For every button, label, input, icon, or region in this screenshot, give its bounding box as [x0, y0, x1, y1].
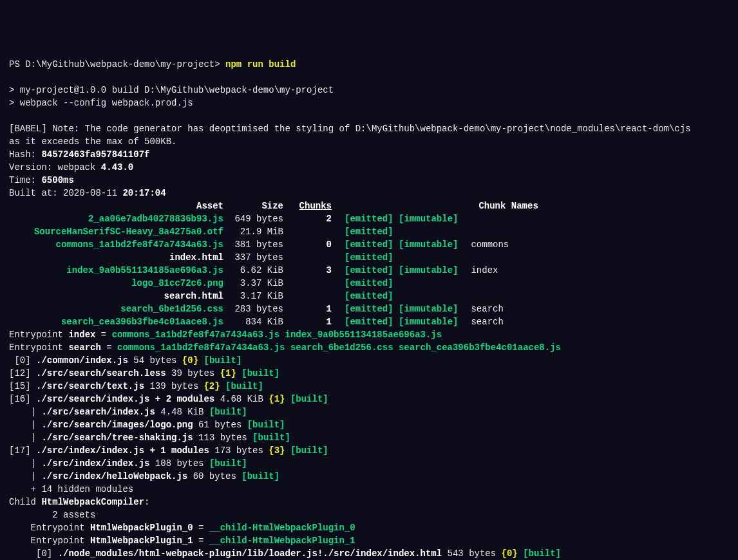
asset-flags: [emitted]	[332, 225, 458, 238]
table-row: index_9a0b551134185ae696a3.js6.62 KiB3[e…	[9, 264, 538, 277]
time-value: 6500ms	[41, 175, 73, 185]
asset-size: 283 bytes	[223, 303, 283, 315]
asset-size: 834 KiB	[223, 315, 283, 328]
hash-label: Hash:	[9, 149, 41, 160]
asset-size: 6.62 KiB	[223, 264, 283, 277]
asset-name: SourceHanSerifSC-Heavy_8a4275a0.otf	[9, 225, 223, 238]
table-row: logo_81cc72c6.png3.37 KiB[emitted]	[9, 277, 538, 290]
asset-flags: [emitted] [immutable]	[332, 238, 458, 251]
npm-script-line1: > my-project@1.0.0 build D:\MyGithub\web…	[9, 85, 334, 95]
asset-chunkname	[458, 251, 471, 264]
table-row: SourceHanSerifSC-Heavy_8a4275a0.otf21.9 …	[9, 225, 538, 238]
asset-name: index.html	[9, 251, 223, 264]
babel-note-1: [BABEL] Note: The code generator has deo…	[9, 124, 691, 134]
table-row: search.html3.17 KiB[emitted]	[9, 290, 538, 303]
asset-name: 2_aa06e7adb40278836b93.js	[9, 212, 223, 225]
module-subline: | ./src/search/index.js 4.48 KiB [built]	[9, 407, 247, 417]
asset-chunkname: commons	[458, 238, 509, 251]
built-value: 20:17:04	[122, 188, 166, 198]
module-subline: | ./src/search/tree-shaking.js 113 bytes…	[9, 433, 290, 443]
entrypoint-search-files: commons_1a1bd2fe8f47a7434a63.js search_6…	[117, 342, 561, 353]
asset-name: commons_1a1bd2fe8f47a7434a63.js	[9, 238, 223, 251]
asset-chunkname	[458, 225, 471, 238]
asset-chunks: 1	[283, 315, 332, 328]
child-entrypoint: Entrypoint HtmlWebpackPlugin_0 = __child…	[9, 523, 355, 533]
asset-size: 649 bytes	[223, 212, 283, 225]
terminal-output: PS D:\MyGithub\webpack-demo\my-project> …	[9, 58, 729, 560]
module-subline: | ./src/search/images/logo.png 61 bytes …	[9, 420, 285, 430]
asset-chunks: 0	[283, 238, 332, 251]
asset-chunks	[283, 290, 332, 303]
header-chunknames: Chunk Names	[350, 200, 538, 212]
asset-name: index_9a0b551134185ae696a3.js	[9, 264, 223, 277]
header-asset: Asset	[9, 200, 223, 212]
table-row: 2_aa06e7adb40278836b93.js649 bytes2[emit…	[9, 212, 538, 225]
hash-value: 84572463fa957841107f	[41, 149, 149, 160]
table-row: index.html337 bytes[emitted]	[9, 251, 538, 264]
asset-name: search_6be1d256.css	[9, 303, 223, 315]
child-header: Child HtmlWebpackCompiler:	[9, 497, 149, 507]
child-entrypoint: Entrypoint HtmlWebpackPlugin_1 = __child…	[9, 536, 355, 546]
asset-name: logo_81cc72c6.png	[9, 277, 223, 290]
asset-name: search.html	[9, 290, 223, 303]
child-module: [0] ./node_modules/html-webpack-plugin/l…	[9, 548, 561, 559]
asset-chunks: 3	[283, 264, 332, 277]
module-subline: | ./src/index/helloWebpack.js 60 bytes […	[9, 471, 279, 481]
prompt-path: PS D:\MyGithub\webpack-demo\my-project>	[9, 59, 225, 70]
table-row: commons_1a1bd2fe8f47a7434a63.js381 bytes…	[9, 238, 538, 251]
asset-name: search_cea396b3fbe4c01aace8.js	[9, 315, 223, 328]
asset-size: 3.37 KiB	[223, 277, 283, 290]
header-chunks: Chunks	[283, 200, 332, 212]
asset-size: 381 bytes	[223, 238, 283, 251]
asset-size: 3.17 KiB	[223, 290, 283, 303]
module-line: [12] ./src/search/search.less 39 bytes {…	[9, 368, 279, 378]
command: npm run build	[225, 59, 296, 70]
asset-table: AssetSizeChunks Chunk Names2_aa06e7adb40…	[9, 200, 538, 328]
module-line: [16] ./src/search/index.js + 2 modules 4…	[9, 394, 328, 404]
entrypoint-label: Entrypoint	[9, 342, 68, 353]
asset-chunkname	[458, 212, 471, 225]
entrypoint-label: Entrypoint	[9, 330, 68, 340]
module-line: [17] ./src/index/index.js + 1 modules 17…	[9, 445, 328, 456]
asset-flags: [emitted] [immutable]	[332, 303, 458, 315]
asset-chunkname: index	[458, 264, 498, 277]
asset-chunkname	[458, 290, 471, 303]
table-row: search_cea396b3fbe4c01aace8.js834 KiB1[e…	[9, 315, 538, 328]
asset-chunks: 1	[283, 303, 332, 315]
module-subline: | ./src/index/index.js 108 bytes [built]	[9, 458, 247, 469]
asset-chunkname: search	[458, 315, 503, 328]
asset-size: 337 bytes	[223, 251, 283, 264]
built-label: Built at: 2020-08-11	[9, 188, 122, 198]
table-header-row: AssetSizeChunks Chunk Names	[9, 200, 538, 212]
babel-note-2: as it exceeds the max of 500KB.	[9, 136, 176, 147]
child-assets: 2 assets	[9, 510, 95, 520]
asset-flags: [emitted] [immutable]	[332, 212, 458, 225]
header-size: Size	[223, 200, 283, 212]
asset-flags: [emitted] [immutable]	[332, 315, 458, 328]
asset-chunkname: search	[458, 303, 503, 315]
module-line: [0] ./common/index.js 54 bytes {0} [buil…	[9, 355, 241, 366]
asset-chunkname	[458, 277, 471, 290]
asset-size: 21.9 MiB	[223, 225, 283, 238]
asset-chunks	[283, 225, 332, 238]
version-value: 4.43.0	[101, 162, 133, 173]
module-line: [15] ./src/search/text.js 139 bytes {2} …	[9, 381, 263, 391]
asset-flags: [emitted] [immutable]	[332, 264, 458, 277]
asset-chunks: 2	[283, 212, 332, 225]
asset-flags: [emitted]	[332, 290, 458, 303]
npm-script-line2: > webpack --config webpack.prod.js	[9, 98, 193, 108]
entrypoint-index-files: commons_1a1bd2fe8f47a7434a63.js index_9a…	[112, 330, 442, 340]
asset-chunks	[283, 277, 332, 290]
table-row: search_6be1d256.css283 bytes1[emitted] […	[9, 303, 538, 315]
entrypoint-index-name: index	[68, 330, 95, 340]
asset-chunks	[283, 251, 332, 264]
time-label: Time:	[9, 175, 41, 185]
version-label: Version: webpack	[9, 162, 101, 173]
asset-flags: [emitted]	[332, 251, 458, 264]
entrypoint-search-name: search	[68, 342, 100, 353]
hidden-modules: + 14 hidden modules	[9, 484, 133, 494]
asset-flags: [emitted]	[332, 277, 458, 290]
